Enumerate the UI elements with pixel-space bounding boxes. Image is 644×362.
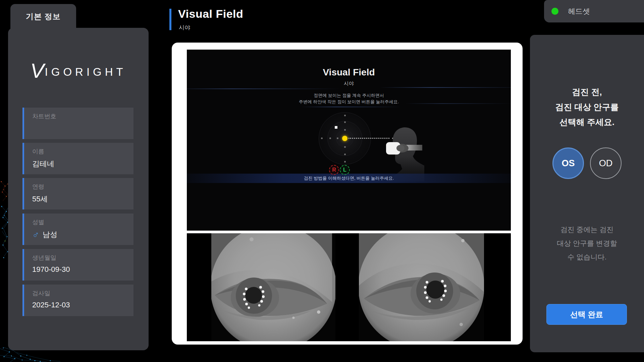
age-field[interactable]: 연령 55세: [22, 178, 133, 209]
radar-dot: [344, 121, 346, 123]
note-line3: 수 없습니다.: [530, 250, 644, 264]
name-label: 이름: [32, 147, 133, 156]
confirm-selection-button[interactable]: 선택 완료: [546, 304, 627, 325]
radar-dot: [344, 146, 346, 148]
radar-dot: [344, 161, 346, 163]
vigoright-logo: VIGORIGHT: [8, 59, 149, 82]
headset-connected-icon: [551, 8, 558, 15]
radar-dot: [337, 137, 338, 139]
vr-bottom-notice: 검진 방법을 이해하셨다면, 버튼을 눌러주세요.: [304, 175, 394, 181]
name-value: 김테네: [32, 159, 133, 169]
vr-subtitle: 시야: [187, 80, 511, 87]
radar-dot: [344, 115, 346, 116]
patient-sidebar: VIGORIGHT 차트번호 이름 김테네 연령 55세 성별 ♂ 남성 생년월…: [8, 28, 149, 350]
vr-bottom-notice-bar: 검진 방법을 이해하셨다면, 버튼을 눌러주세요.: [187, 174, 511, 183]
left-eye-indicator: L: [340, 165, 350, 175]
divider: [380, 87, 511, 88]
page-subtitle: 시야: [179, 24, 243, 32]
tab-basic-info-label: 기본 정보: [26, 11, 60, 22]
note-line1: 검진 중에는 검진: [530, 223, 644, 236]
divider: [405, 103, 511, 104]
right-eye-camera-feed: [359, 233, 484, 341]
app-window: 기본 정보 VIGORIGHT 차트번호 이름 김테네 연령 55세 성별 ♂ …: [0, 0, 644, 362]
radar-dot: [329, 137, 331, 139]
right-eye-indicator: R: [329, 165, 339, 175]
divider: [301, 107, 401, 107]
divider: [187, 88, 341, 89]
logo-text: IGORIGHT: [45, 66, 126, 78]
gender-field[interactable]: 성별 ♂ 남성: [22, 214, 133, 245]
age-value: 55세: [32, 194, 133, 204]
name-field[interactable]: 이름 김테네: [22, 143, 133, 174]
page-title: Visual Field: [178, 7, 243, 20]
fixation-dot: [342, 136, 347, 141]
od-button[interactable]: OD: [590, 147, 622, 179]
chart-number-label: 차트번호: [32, 112, 133, 120]
os-button[interactable]: OS: [552, 147, 584, 179]
birthdate-field[interactable]: 생년월일 1970-09-30: [22, 249, 133, 281]
selection-note: 검진 중에는 검진 대상 안구를 변경할 수 없습니다.: [530, 223, 644, 264]
stimulus-dot: [335, 126, 337, 129]
gender-value: 남성: [43, 230, 57, 240]
tab-basic-info[interactable]: 기본 정보: [10, 4, 76, 30]
selection-prompt: 검진 전, 검진 대상 안구를 선택해 주세요.: [530, 84, 644, 130]
birthdate-value: 1970-09-30: [32, 265, 133, 274]
exam-date-value: 2025-12-03: [32, 301, 133, 309]
gaze-dotted-line: [348, 138, 389, 139]
headset-person-illustration: [384, 126, 424, 181]
exam-date-label: 검사일: [32, 289, 133, 297]
prompt-line3: 선택해 주세요.: [530, 115, 644, 130]
vr-instruction-line2: 주변에 하얀색 작은 점이 보이면 버튼을 눌러주세요.: [187, 99, 511, 105]
logo-v-glyph: V: [30, 59, 45, 82]
male-icon: ♂: [32, 231, 39, 238]
headset-status-badge: 헤드셋: [544, 0, 644, 22]
vr-title: Visual Field: [187, 67, 511, 78]
birthdate-label: 생년월일: [32, 254, 133, 262]
vr-preview-screen: Visual Field 시야 정면에 보이는 점을 계속 주시하면서 주변에 …: [187, 50, 511, 231]
radar-dot: [344, 154, 346, 155]
radar-dot: [321, 137, 323, 139]
note-line2: 대상 안구를 변경할: [530, 236, 644, 250]
left-eye-camera-feed: [211, 233, 335, 341]
gender-label: 성별: [32, 218, 133, 226]
eye-selection-panel: 검진 전, 검진 대상 안구를 선택해 주세요. OS OD 검진 중에는 검진…: [530, 35, 644, 352]
exam-date-field[interactable]: 검사일 2025-12-03: [22, 285, 133, 316]
eye-select-group: OS OD: [530, 147, 644, 179]
radar-dot: [344, 129, 346, 131]
age-label: 연령: [32, 183, 133, 191]
vr-instruction-line1: 정면에 보이는 점을 계속 주시하면서: [187, 93, 511, 99]
exam-preview-panel: Visual Field 시야 정면에 보이는 점을 계속 주시하면서 주변에 …: [172, 43, 523, 345]
headset-label: 헤드셋: [568, 6, 590, 16]
prompt-line2: 검진 대상 안구를: [530, 100, 644, 115]
eye-camera-block: [187, 233, 511, 341]
page-header: Visual Field 시야: [169, 7, 243, 32]
header-accent-bar: [169, 9, 171, 30]
prompt-line1: 검진 전,: [530, 84, 644, 100]
chart-number-field[interactable]: 차트번호: [22, 108, 133, 139]
